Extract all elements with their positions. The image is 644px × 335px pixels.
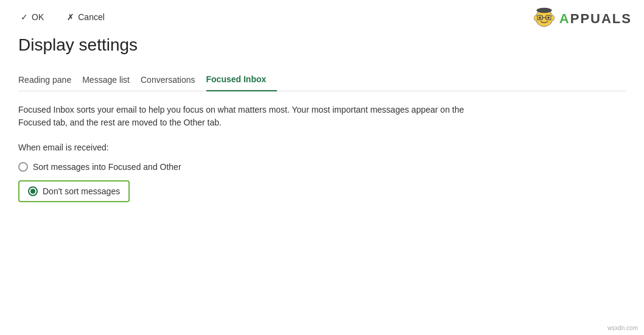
- svg-point-1: [536, 8, 551, 13]
- radio-sort-label: Sort messages into Focused and Other: [33, 162, 181, 172]
- svg-point-5: [539, 16, 541, 19]
- main-container: APPUALS ✓ OK ✗ Cancel Display settings R…: [0, 0, 644, 335]
- tab-message-list[interactable]: Message list: [82, 70, 141, 91]
- radio-dont-sort-indicator: [28, 186, 38, 196]
- ok-label: OK: [32, 12, 44, 22]
- logo-text: APPUALS: [559, 11, 632, 27]
- page-title: Display settings: [18, 35, 626, 55]
- ok-icon: ✓: [21, 12, 28, 22]
- radio-option-dont-sort[interactable]: Don't sort messages: [18, 180, 130, 202]
- tab-focused-inbox[interactable]: Focused Inbox: [206, 69, 278, 91]
- section-label: When email is received:: [18, 143, 626, 152]
- cancel-label: Cancel: [78, 12, 105, 22]
- ok-button[interactable]: ✓ OK: [18, 11, 46, 23]
- radio-sort-indicator: [18, 162, 28, 172]
- tab-reading-pane[interactable]: Reading pane: [18, 70, 82, 91]
- content-description: Focused Inbox sorts your email to help y…: [18, 104, 493, 129]
- svg-point-8: [551, 15, 555, 20]
- logo-area: APPUALS: [531, 6, 632, 32]
- svg-point-7: [534, 15, 537, 20]
- cancel-icon: ✗: [67, 12, 74, 22]
- tabs-container: Reading pane Message list Conversations …: [18, 69, 626, 91]
- logo-icon: [531, 6, 557, 32]
- watermark: wsxdn.com: [607, 325, 638, 331]
- svg-point-6: [547, 16, 550, 19]
- tab-conversations[interactable]: Conversations: [141, 70, 206, 91]
- radio-option-sort[interactable]: Sort messages into Focused and Other: [18, 162, 626, 172]
- cancel-button[interactable]: ✗ Cancel: [65, 11, 107, 23]
- radio-dont-sort-label: Don't sort messages: [43, 186, 120, 196]
